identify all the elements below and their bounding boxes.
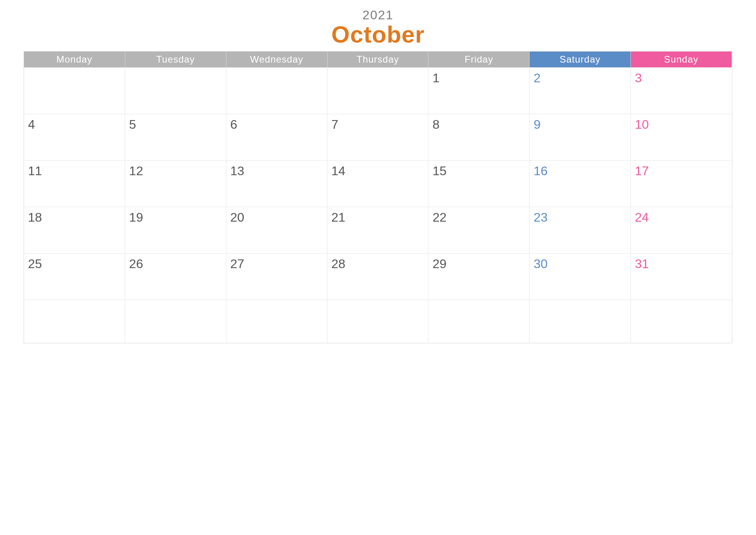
calendar-cell: 28 — [328, 253, 429, 300]
calendar-cell — [328, 300, 429, 343]
dayhead-friday: Friday — [428, 52, 530, 67]
calendar-cell: 23 — [530, 207, 631, 253]
calendar-cell: 31 — [631, 253, 732, 300]
dayhead-saturday: Saturday — [530, 52, 631, 67]
calendar-cell: 9 — [530, 114, 631, 160]
calendar-cell: 10 — [631, 114, 732, 160]
calendar-cell: 29 — [428, 253, 530, 300]
calendar-cell: 1 — [428, 67, 530, 114]
calendar-cell: 14 — [328, 160, 429, 207]
calendar-cell: 24 — [631, 207, 732, 253]
calendar-cell — [226, 300, 328, 343]
calendar-cell: 22 — [428, 207, 530, 253]
calendar-cell: 27 — [226, 253, 328, 300]
dayhead-thursday: Thursday — [328, 52, 429, 67]
calendar-cell: 8 — [428, 114, 530, 160]
calendar-cell: 30 — [530, 253, 631, 300]
calendar-cell — [24, 300, 125, 343]
calendar-cell: 19 — [125, 207, 226, 253]
calendar-cell: 20 — [226, 207, 328, 253]
calendar-cell: 15 — [428, 160, 530, 207]
dayhead-monday: Monday — [24, 52, 125, 67]
calendar-cell — [530, 300, 631, 343]
calendar-cell: 7 — [328, 114, 429, 160]
calendar-cell: 5 — [125, 114, 226, 160]
dayhead-sunday: Sunday — [631, 52, 732, 67]
calendar-cell: 26 — [125, 253, 226, 300]
calendar-cell: 21 — [328, 207, 429, 253]
calendar-cell: 6 — [226, 114, 328, 160]
calendar-cell: 12 — [125, 160, 226, 207]
calendar-cell: 16 — [530, 160, 631, 207]
calendar-cell: 4 — [24, 114, 125, 160]
calendar-cell: 17 — [631, 160, 732, 207]
calendar-cell: 18 — [24, 207, 125, 253]
calendar-cell: 11 — [24, 160, 125, 207]
calendar-cell: 2 — [530, 67, 631, 114]
year-label: 2021 — [24, 8, 732, 22]
calendar-cell — [428, 300, 530, 343]
dayhead-tuesday: Tuesday — [125, 52, 226, 67]
calendar-cell: 25 — [24, 253, 125, 300]
calendar-cell — [125, 67, 226, 114]
dayhead-wednesday: Wednesday — [226, 52, 328, 67]
calendar-cell: 13 — [226, 160, 328, 207]
calendar-cell — [24, 67, 125, 114]
calendar-cell — [125, 300, 226, 343]
calendar-cell: 3 — [631, 67, 732, 114]
month-label: October — [24, 21, 732, 48]
calendar-cell — [631, 300, 732, 343]
calendar-header: 2021 October — [24, 8, 732, 48]
calendar-cell — [226, 67, 328, 114]
calendar-cell — [328, 67, 429, 114]
calendar-grid: Monday Tuesday Wednesday Thursday Friday… — [24, 51, 732, 343]
